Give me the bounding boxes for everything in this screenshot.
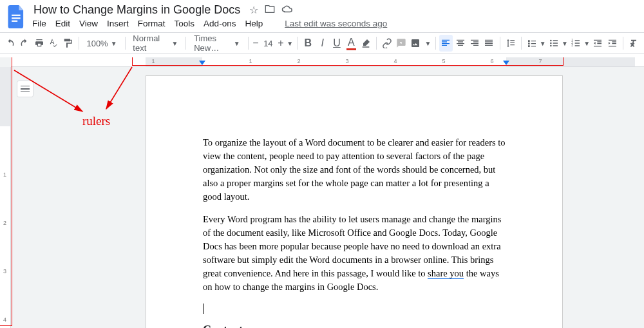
- indent-increase-button[interactable]: [606, 35, 619, 52]
- ruler-tick: 7: [538, 58, 542, 64]
- font-size-caret[interactable]: ▼: [285, 35, 293, 52]
- highlight-button[interactable]: [359, 35, 372, 52]
- right-indent-marker[interactable]: [503, 61, 509, 65]
- vruler-tick: 2: [3, 220, 6, 226]
- menu-insert[interactable]: Insert: [107, 19, 129, 28]
- menu-view[interactable]: View: [79, 19, 98, 28]
- svg-rect-0: [12, 15, 21, 16]
- app-header: How to Change Margins in Google Docs ☆ F…: [0, 0, 644, 32]
- move-icon[interactable]: [265, 4, 275, 17]
- align-center-button[interactable]: [454, 35, 467, 52]
- font-size-input[interactable]: 14: [260, 35, 276, 52]
- style-select[interactable]: Normal text▼: [129, 35, 182, 52]
- bullet-list-button[interactable]: [547, 35, 560, 52]
- paragraph[interactable]: Every Word program has the ability to le…: [203, 213, 506, 294]
- zoom-select[interactable]: 100%▼: [82, 35, 120, 52]
- checklist-button[interactable]: [526, 35, 538, 52]
- svg-rect-1: [12, 17, 21, 19]
- ruler-tick: 6: [490, 58, 493, 64]
- paint-format-button[interactable]: [61, 35, 74, 52]
- ruler-tick: 3: [345, 58, 348, 64]
- menu-file[interactable]: File: [32, 19, 46, 28]
- text-cursor: [203, 304, 204, 314]
- line-spacing-button[interactable]: [504, 35, 516, 52]
- clear-formatting-button[interactable]: [627, 35, 640, 52]
- left-indent-marker[interactable]: [199, 61, 205, 65]
- svg-point-3: [550, 40, 552, 42]
- align-justify-button[interactable]: [482, 35, 495, 52]
- grammar-underline[interactable]: share you: [428, 268, 464, 279]
- text-color-button[interactable]: A: [345, 35, 357, 52]
- ruler-tick: 2: [297, 58, 300, 64]
- svg-text:3: 3: [571, 44, 573, 47]
- annotation-label: rulers: [82, 114, 110, 128]
- menu-addons[interactable]: Add-ons: [204, 19, 236, 28]
- align-right-button[interactable]: [468, 35, 481, 52]
- ruler-tick: 5: [442, 58, 445, 64]
- undo-button[interactable]: [4, 35, 17, 52]
- toolbar: 100%▼ Normal text▼ Times New…▼ − 14 + ▼ …: [0, 32, 644, 54]
- contents-heading[interactable]: Contents: [203, 323, 506, 328]
- outline-toggle-button[interactable]: [17, 81, 33, 97]
- numbered-list-button[interactable]: 123: [569, 35, 582, 52]
- print-button[interactable]: [33, 35, 46, 52]
- document-title[interactable]: How to Change Margins in Google Docs: [31, 3, 243, 17]
- star-icon[interactable]: ☆: [249, 4, 258, 16]
- vruler-tick: 1: [3, 171, 6, 178]
- svg-rect-2: [12, 21, 17, 22]
- vruler-tick: 3: [3, 268, 6, 275]
- insert-comment-button[interactable]: [395, 35, 408, 52]
- docs-logo[interactable]: [5, 3, 28, 31]
- annotation-arrow: [0, 57, 161, 160]
- horizontal-ruler[interactable]: 1 1 2 3 4 5 6 7: [11, 57, 644, 67]
- menu-format[interactable]: Format: [138, 19, 166, 28]
- font-size-decrease[interactable]: −: [252, 35, 259, 52]
- menubar: File Edit View Insert Format Tools Add-o…: [31, 17, 639, 32]
- align-left-button[interactable]: [439, 35, 452, 52]
- svg-point-5: [550, 45, 552, 47]
- spellcheck-button[interactable]: [47, 35, 60, 52]
- ruler-tick: 4: [393, 58, 397, 64]
- redo-button[interactable]: [18, 35, 31, 52]
- svg-line-9: [106, 67, 132, 109]
- ruler-tick: 1: [151, 58, 155, 64]
- checklist-caret[interactable]: ▼: [540, 35, 546, 52]
- workspace: 1 1 2 3 4 5 6 7 1 2 3 4 To organize the …: [0, 57, 644, 328]
- insert-image-button[interactable]: [409, 35, 422, 52]
- menu-tools[interactable]: Tools: [175, 19, 195, 28]
- italic-button[interactable]: I: [316, 35, 328, 52]
- image-caret[interactable]: ▼: [424, 35, 431, 52]
- vertical-ruler[interactable]: 1 2 3 4: [0, 67, 11, 328]
- bullet-caret[interactable]: ▼: [562, 35, 568, 52]
- menu-help[interactable]: Help: [245, 19, 263, 28]
- ruler-tick: 1: [249, 58, 252, 64]
- font-select[interactable]: Times New…▼: [190, 35, 244, 52]
- svg-point-4: [550, 43, 552, 44]
- last-edit-link[interactable]: Last edit was seconds ago: [285, 19, 387, 28]
- paragraph[interactable]: To organize the layout of a Word documen…: [203, 136, 506, 204]
- vruler-tick: 4: [3, 316, 6, 323]
- bold-button[interactable]: B: [301, 35, 314, 52]
- document-page[interactable]: To organize the layout of a Word documen…: [146, 75, 563, 328]
- font-size-increase[interactable]: +: [277, 35, 284, 52]
- menu-edit[interactable]: Edit: [55, 19, 70, 28]
- insert-link-button[interactable]: [381, 35, 393, 52]
- underline-button[interactable]: U: [330, 35, 343, 52]
- numbered-caret[interactable]: ▼: [583, 35, 590, 52]
- indent-decrease-button[interactable]: [591, 35, 604, 52]
- cloud-status-icon[interactable]: [281, 5, 293, 16]
